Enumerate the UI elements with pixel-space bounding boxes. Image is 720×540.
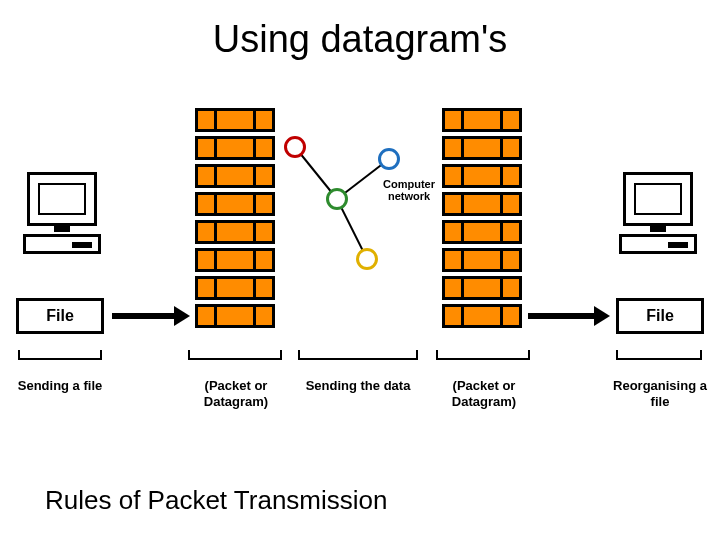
- packet: [195, 192, 275, 216]
- caption-sending-data: Sending the data: [292, 378, 424, 394]
- file-box-right: File: [616, 298, 704, 334]
- packet-stack-right: [442, 108, 522, 332]
- brace: [436, 352, 530, 360]
- caption-packet-right: (Packet or Datagram): [430, 378, 538, 409]
- caption-sending-file: Sending a file: [12, 378, 108, 394]
- packet: [195, 220, 275, 244]
- network-node-red: [284, 136, 306, 158]
- packet: [442, 136, 522, 160]
- network-diagram: Computer network: [280, 130, 440, 280]
- subtitle: Rules of Packet Transmission: [45, 485, 387, 516]
- file-box-left: File: [16, 298, 104, 334]
- monitor-stand: [54, 226, 70, 232]
- network-node-yellow: [356, 248, 378, 270]
- caption-reorganising: Reorganising a file: [608, 378, 712, 409]
- monitor-icon: [623, 172, 693, 226]
- packet: [195, 136, 275, 160]
- packet: [442, 304, 522, 328]
- brace: [616, 352, 702, 360]
- packet: [442, 248, 522, 272]
- packet-stack-left: [195, 108, 275, 332]
- packet: [442, 108, 522, 132]
- network-node-blue: [378, 148, 400, 170]
- computer-case: [619, 234, 697, 254]
- caption-packet-left: (Packet or Datagram): [182, 378, 290, 409]
- packet: [195, 108, 275, 132]
- network-label: Computer network: [374, 178, 444, 202]
- network-node-green: [326, 188, 348, 210]
- packet: [442, 192, 522, 216]
- brace: [298, 352, 418, 360]
- packet: [442, 220, 522, 244]
- monitor-icon: [27, 172, 97, 226]
- packet: [442, 276, 522, 300]
- computer-left: [22, 172, 102, 272]
- packet: [195, 248, 275, 272]
- brace: [18, 352, 102, 360]
- packet: [195, 304, 275, 328]
- packet: [442, 164, 522, 188]
- page-title: Using datagram's: [0, 18, 720, 61]
- packet: [195, 164, 275, 188]
- packet: [195, 276, 275, 300]
- brace: [188, 352, 282, 360]
- computer-case: [23, 234, 101, 254]
- computer-right: [618, 172, 698, 272]
- monitor-stand: [650, 226, 666, 232]
